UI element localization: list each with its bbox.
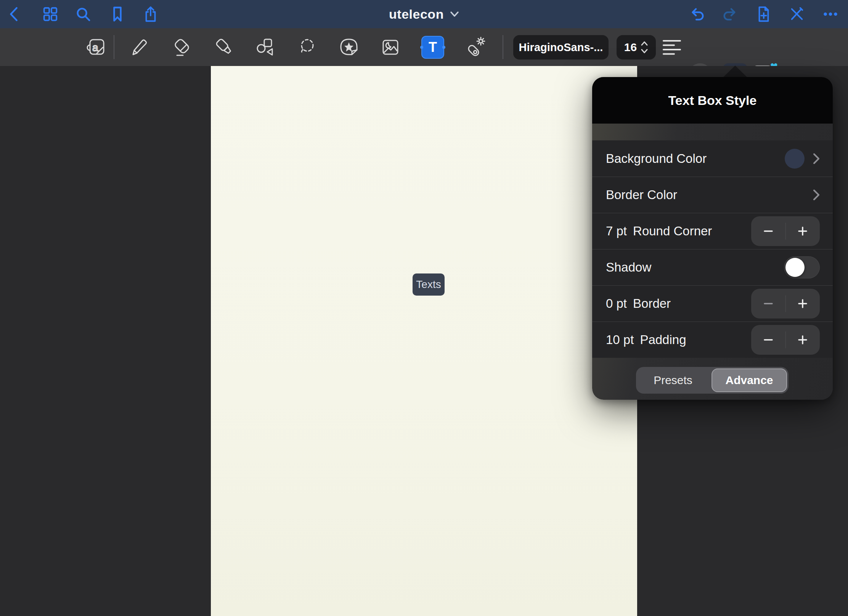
border-width-decrement-button[interactable] <box>751 289 785 318</box>
share-icon <box>142 5 159 23</box>
popover-header: Text Box Style <box>592 77 833 124</box>
row-label: Border Color <box>606 188 677 202</box>
redo-button[interactable] <box>718 0 742 28</box>
plus-icon <box>798 226 808 236</box>
svg-text:a: a <box>92 42 98 53</box>
redo-icon <box>721 5 739 23</box>
minus-icon <box>763 226 773 236</box>
shadow-toggle-off[interactable] <box>784 256 820 278</box>
selection-handle-left <box>420 46 423 49</box>
row-label: Padding <box>640 333 686 347</box>
title-chevron-down-icon <box>450 11 459 17</box>
lasso-icon <box>297 37 318 58</box>
minus-icon <box>763 299 773 309</box>
text-box-style-popover: Text Box Style Background Color Border C… <box>592 77 833 400</box>
chevron-right-icon <box>813 189 820 201</box>
popover-title: Text Box Style <box>668 93 757 108</box>
more-button[interactable] <box>818 0 843 28</box>
row-label: Round Corner <box>633 224 712 238</box>
back-button[interactable] <box>2 0 27 28</box>
popover-arrow <box>723 66 747 77</box>
mode-segmented-control: Presets Advance <box>636 367 789 394</box>
pen-disable-icon <box>788 5 806 23</box>
thumbnails-button[interactable] <box>38 0 63 28</box>
page-title[interactable]: utelecon <box>389 7 444 22</box>
laser-pointer-tool[interactable] <box>461 28 488 66</box>
shapes-icon <box>255 37 275 58</box>
padding-stepper <box>751 325 820 355</box>
background-color-swatch <box>785 149 805 169</box>
shapes-tool[interactable] <box>251 28 279 66</box>
more-icon <box>822 5 839 23</box>
padding-value: 10 pt <box>606 333 634 347</box>
padding-increment-button[interactable] <box>786 325 820 355</box>
minus-icon <box>763 335 773 345</box>
row-label: Border <box>633 296 671 311</box>
image-icon <box>380 37 401 58</box>
chevron-up-down-icon <box>641 40 648 54</box>
row-round-corner: 7 pt Round Corner <box>592 213 833 249</box>
text-align-button[interactable] <box>658 28 686 66</box>
sticker-icon <box>338 37 360 57</box>
toolbar-divider <box>114 35 114 59</box>
chevron-right-icon <box>813 153 820 164</box>
row-shadow: Shadow <box>592 249 833 285</box>
nav-bar: utelecon <box>0 0 848 28</box>
add-page-icon <box>755 5 772 23</box>
round-corner-value: 7 pt <box>606 224 627 238</box>
row-label: Background Color <box>606 151 707 166</box>
canvas-text-box[interactable]: Texts <box>413 273 445 296</box>
undo-icon <box>688 5 707 23</box>
bookmark-icon <box>109 5 126 23</box>
font-family-button[interactable]: HiraginoSans-... <box>513 35 609 60</box>
search-icon <box>74 5 92 23</box>
document-page[interactable]: Texts <box>211 66 637 616</box>
sticker-tool[interactable] <box>335 28 363 66</box>
border-width-increment-button[interactable] <box>786 289 820 318</box>
eraser-icon <box>172 37 192 58</box>
row-background-color[interactable]: Background Color <box>592 140 833 177</box>
laser-pointer-icon <box>464 37 485 58</box>
eraser-tool[interactable] <box>168 28 196 66</box>
pen-icon <box>130 37 149 57</box>
row-border-color[interactable]: Border Color <box>592 177 833 213</box>
row-padding: 10 pt Padding <box>592 322 833 358</box>
round-corner-decrement-button[interactable] <box>751 216 785 246</box>
font-family-label: HiraginoSans-... <box>519 41 603 54</box>
back-icon <box>6 5 23 23</box>
bookmark-button[interactable] <box>105 0 130 28</box>
lasso-tool[interactable] <box>294 28 321 66</box>
advance-segment-selected[interactable]: Advance <box>711 368 787 392</box>
popover-rows: Background Color Border Color 7 pt Round… <box>592 140 833 358</box>
padding-decrement-button[interactable] <box>751 325 785 355</box>
text-tool-active[interactable]: T <box>421 36 444 59</box>
undo-button[interactable] <box>685 0 710 28</box>
add-page-button[interactable] <box>751 0 776 28</box>
highlighter-tool[interactable] <box>211 28 238 66</box>
align-left-icon <box>663 40 681 55</box>
plus-icon <box>798 299 808 309</box>
plus-icon <box>798 335 808 345</box>
app-root: { "nav": { "title": "utelecon", "left_ic… <box>0 0 848 616</box>
thumbnails-grid-icon <box>42 5 59 23</box>
toolbar-divider-right <box>503 35 503 59</box>
search-button[interactable] <box>71 0 95 28</box>
scribble-to-text-tool[interactable]: a <box>82 28 110 66</box>
text-tool-glyph: T <box>429 39 437 55</box>
scribble-to-text-icon: a <box>85 37 107 57</box>
pen-disable-button[interactable] <box>785 0 809 28</box>
border-width-value: 0 pt <box>606 296 627 311</box>
highlighter-icon <box>214 37 235 58</box>
border-width-stepper <box>751 289 820 318</box>
round-corner-increment-button[interactable] <box>786 216 820 246</box>
share-button[interactable] <box>138 0 163 28</box>
row-border-width: 0 pt Border <box>592 285 833 322</box>
tools-toolbar: a <box>0 28 848 66</box>
presets-segment[interactable]: Presets <box>636 367 710 394</box>
round-corner-stepper <box>751 216 820 246</box>
font-size-value: 16 <box>624 41 637 54</box>
toggle-knob <box>785 258 805 277</box>
font-size-stepper[interactable]: 16 <box>617 35 656 60</box>
image-tool[interactable] <box>377 28 404 66</box>
pen-tool[interactable] <box>126 28 153 66</box>
